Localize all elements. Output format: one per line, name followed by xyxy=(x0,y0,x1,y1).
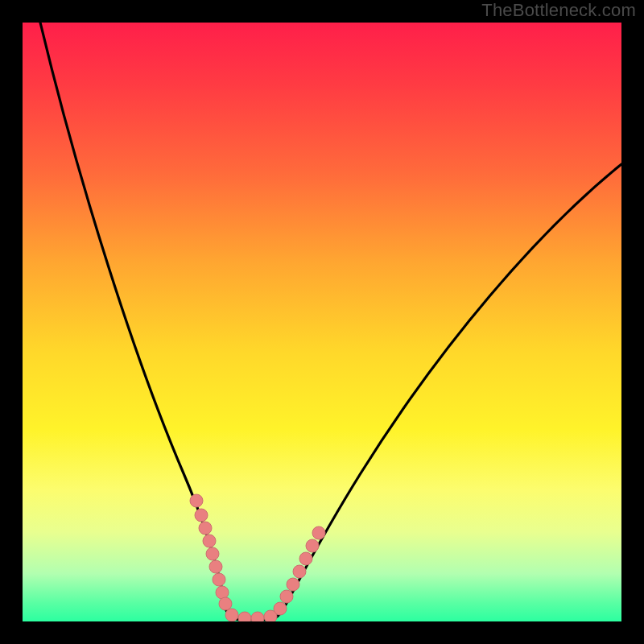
svg-point-6 xyxy=(213,573,225,586)
svg-point-3 xyxy=(203,535,216,547)
chart-area xyxy=(23,23,621,621)
svg-point-5 xyxy=(209,560,222,573)
svg-point-11 xyxy=(251,612,264,621)
svg-point-4 xyxy=(206,547,219,560)
svg-point-13 xyxy=(274,602,287,615)
bottleneck-curve-left xyxy=(40,23,226,610)
svg-point-0 xyxy=(190,494,203,507)
bottleneck-curve-right xyxy=(282,164,621,612)
svg-point-1 xyxy=(195,509,208,522)
flat-base-beads xyxy=(225,609,277,621)
svg-point-19 xyxy=(312,526,325,539)
bottleneck-curve-svg xyxy=(23,23,621,621)
right-beads xyxy=(274,526,325,615)
left-beads xyxy=(190,494,232,610)
svg-point-8 xyxy=(219,597,232,610)
watermark-text: TheBottleneck.com xyxy=(481,0,636,21)
svg-point-2 xyxy=(199,522,212,535)
svg-point-10 xyxy=(238,612,251,621)
svg-point-15 xyxy=(287,578,299,591)
svg-point-16 xyxy=(293,565,306,578)
svg-point-17 xyxy=(299,552,312,565)
svg-point-9 xyxy=(225,609,238,621)
svg-point-7 xyxy=(216,586,229,599)
svg-point-18 xyxy=(306,539,319,552)
svg-point-14 xyxy=(280,590,293,603)
